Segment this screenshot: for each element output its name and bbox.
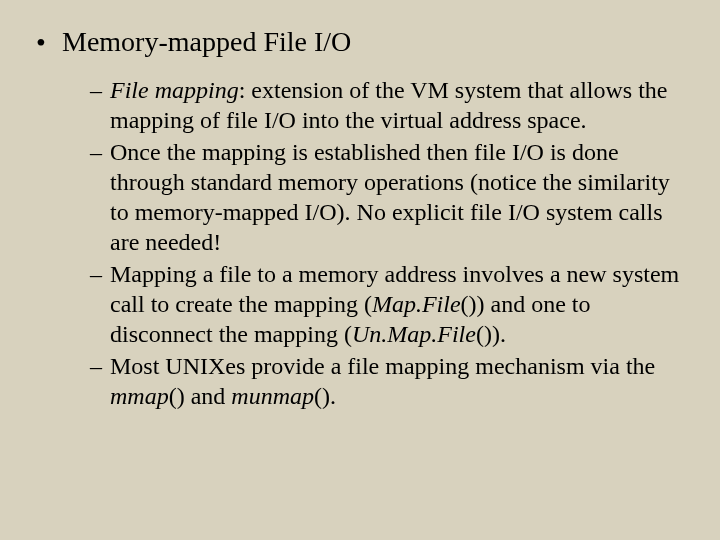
term-italic: mmap bbox=[110, 383, 169, 409]
text-run: ()). bbox=[476, 321, 506, 347]
list-item-text: Once the mapping is established then fil… bbox=[110, 137, 680, 257]
list-item-text: Mapping a file to a memory address invol… bbox=[110, 259, 680, 349]
text-run: () and bbox=[169, 383, 232, 409]
term-italic: munmap bbox=[231, 383, 314, 409]
list-item-text: Most UNIXes provide a file mapping mecha… bbox=[110, 351, 680, 411]
dash-bullet-icon: – bbox=[90, 351, 110, 381]
list-item: – File mapping: extension of the VM syst… bbox=[90, 75, 680, 135]
slide: • Memory-mapped File I/O – File mapping:… bbox=[0, 0, 720, 540]
text-run: Most UNIXes provide a file mapping mecha… bbox=[110, 353, 655, 379]
dash-bullet-icon: – bbox=[90, 259, 110, 289]
dash-bullet-icon: – bbox=[90, 137, 110, 167]
heading-item: • Memory-mapped File I/O bbox=[36, 26, 690, 59]
text-run: (). bbox=[314, 383, 336, 409]
disc-bullet-icon: • bbox=[36, 26, 62, 59]
list-item: – Most UNIXes provide a file mapping mec… bbox=[90, 351, 680, 411]
list-item: – Mapping a file to a memory address inv… bbox=[90, 259, 680, 349]
list-item-text: File mapping: extension of the VM system… bbox=[110, 75, 680, 135]
sub-bullet-list: – File mapping: extension of the VM syst… bbox=[90, 75, 680, 411]
list-item: – Once the mapping is established then f… bbox=[90, 137, 680, 257]
term-italic: Un.Map.File bbox=[352, 321, 476, 347]
term-italic: File mapping bbox=[110, 77, 239, 103]
heading-text: Memory-mapped File I/O bbox=[62, 26, 351, 58]
dash-bullet-icon: – bbox=[90, 75, 110, 105]
term-italic: Map.File bbox=[372, 291, 461, 317]
